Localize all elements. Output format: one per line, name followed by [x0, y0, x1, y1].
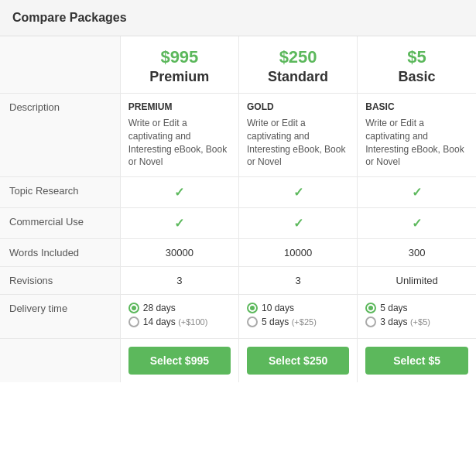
- standard-delivery-option-1[interactable]: 10 days: [247, 303, 349, 313]
- standard-desc-text: Write or Edit a captivating and Interest…: [247, 117, 349, 169]
- premium-radio-2[interactable]: [128, 317, 139, 327]
- description-label: Description: [0, 94, 120, 177]
- basic-delivery-option-1[interactable]: 5 days: [365, 303, 468, 313]
- premium-price: $995: [128, 47, 231, 67]
- topic-research-label: Topic Research: [0, 177, 120, 208]
- basic-delivery-option-2[interactable]: 3 days (+$5): [365, 317, 468, 327]
- basic-commercial-use: ✓: [358, 208, 476, 239]
- standard-radio-2[interactable]: [247, 317, 258, 327]
- standard-commercial-use: ✓: [238, 208, 357, 239]
- standard-revisions: 3: [238, 267, 357, 295]
- revisions-label: Revisions: [0, 267, 120, 295]
- commercial-use-row: Commercial Use ✓ ✓ ✓: [0, 208, 476, 239]
- button-row: Select $995 Select $250 Select $5: [0, 339, 476, 383]
- basic-desc-title: BASIC: [365, 101, 468, 112]
- delivery-time-row: Delivery time 28 days 14 days (+$100) 10…: [0, 295, 476, 339]
- select-standard-button[interactable]: Select $250: [247, 347, 349, 375]
- standard-radio-1[interactable]: [247, 303, 258, 313]
- standard-delivery: 10 days 5 days (+$25): [238, 295, 357, 339]
- basic-radio-2[interactable]: [365, 317, 376, 327]
- basic-header: $5 Basic: [358, 36, 476, 94]
- standard-name: Standard: [247, 69, 349, 85]
- compare-packages-panel: Compare Packages $995 Premium $250 Stand…: [0, 0, 476, 382]
- standard-price: $250: [247, 47, 349, 67]
- header-label-cell: [0, 36, 120, 94]
- standard-header: $250 Standard: [238, 36, 357, 94]
- basic-button-cell: Select $5: [358, 339, 476, 383]
- premium-topic-research: ✓: [120, 177, 238, 208]
- standard-description: GOLD Write or Edit a captivating and Int…: [238, 94, 357, 177]
- premium-words: 30000: [120, 239, 238, 267]
- premium-description: PREMIUM Write or Edit a captivating and …: [120, 94, 238, 177]
- basic-name: Basic: [365, 69, 468, 85]
- premium-header: $995 Premium: [120, 36, 238, 94]
- basic-topic-research: ✓: [358, 177, 476, 208]
- premium-button-cell: Select $995: [120, 339, 238, 383]
- standard-words: 10000: [238, 239, 357, 267]
- premium-desc-text: Write or Edit a captivating and Interest…: [128, 117, 231, 169]
- premium-desc-title: PREMIUM: [128, 101, 231, 112]
- commercial-use-label: Commercial Use: [0, 208, 120, 239]
- premium-commercial-use: ✓: [120, 208, 238, 239]
- select-premium-button[interactable]: Select $995: [128, 347, 231, 375]
- select-basic-button[interactable]: Select $5: [365, 347, 468, 375]
- basic-price: $5: [365, 47, 468, 67]
- basic-words: 300: [358, 239, 476, 267]
- revisions-row: Revisions 3 3 Unlimited: [0, 267, 476, 295]
- premium-radio-1[interactable]: [128, 303, 139, 313]
- words-included-row: Words Included 30000 10000 300: [0, 239, 476, 267]
- premium-delivery-option-2[interactable]: 14 days (+$100): [128, 317, 231, 327]
- basic-delivery: 5 days 3 days (+$5): [358, 295, 476, 339]
- delivery-time-label: Delivery time: [0, 295, 120, 339]
- standard-button-cell: Select $250: [238, 339, 357, 383]
- packages-table: $995 Premium $250 Standard $5 Basic Desc…: [0, 36, 476, 382]
- standard-desc-title: GOLD: [247, 101, 349, 112]
- standard-topic-research: ✓: [238, 177, 357, 208]
- basic-revisions: Unlimited: [358, 267, 476, 295]
- premium-name: Premium: [128, 69, 231, 85]
- words-included-label: Words Included: [0, 239, 120, 267]
- basic-description: BASIC Write or Edit a captivating and In…: [358, 94, 476, 177]
- premium-delivery-option-1[interactable]: 28 days: [128, 303, 231, 313]
- standard-delivery-option-2[interactable]: 5 days (+$25): [247, 317, 349, 327]
- panel-title: Compare Packages: [0, 0, 476, 36]
- basic-desc-text: Write or Edit a captivating and Interest…: [365, 117, 468, 169]
- premium-revisions: 3: [120, 267, 238, 295]
- description-row: Description PREMIUM Write or Edit a capt…: [0, 94, 476, 177]
- basic-radio-1[interactable]: [365, 303, 376, 313]
- topic-research-row: Topic Research ✓ ✓ ✓: [0, 177, 476, 208]
- premium-delivery: 28 days 14 days (+$100): [120, 295, 238, 339]
- button-label-cell: [0, 339, 120, 383]
